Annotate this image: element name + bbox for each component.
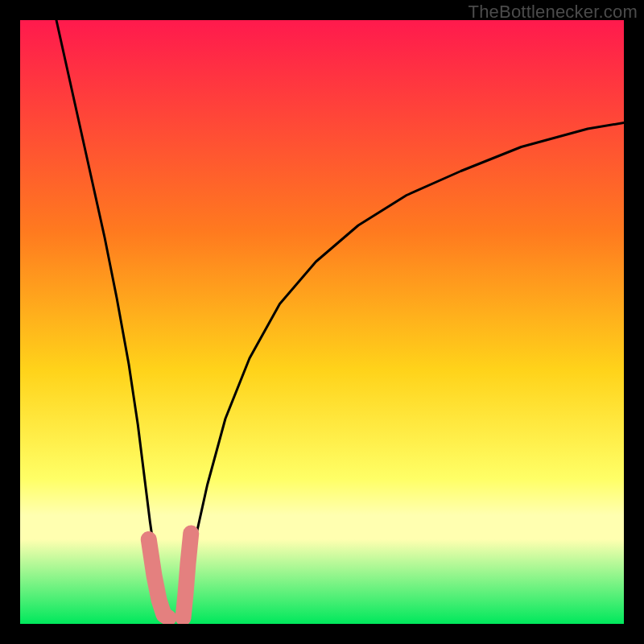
plot-area — [20, 20, 624, 624]
chart-frame: TheBottlenecker.com — [0, 0, 644, 644]
gradient-background — [20, 20, 624, 624]
highlight-right-foot — [184, 534, 192, 618]
watermark-text: TheBottlenecker.com — [469, 2, 638, 23]
plot-svg — [20, 20, 624, 624]
